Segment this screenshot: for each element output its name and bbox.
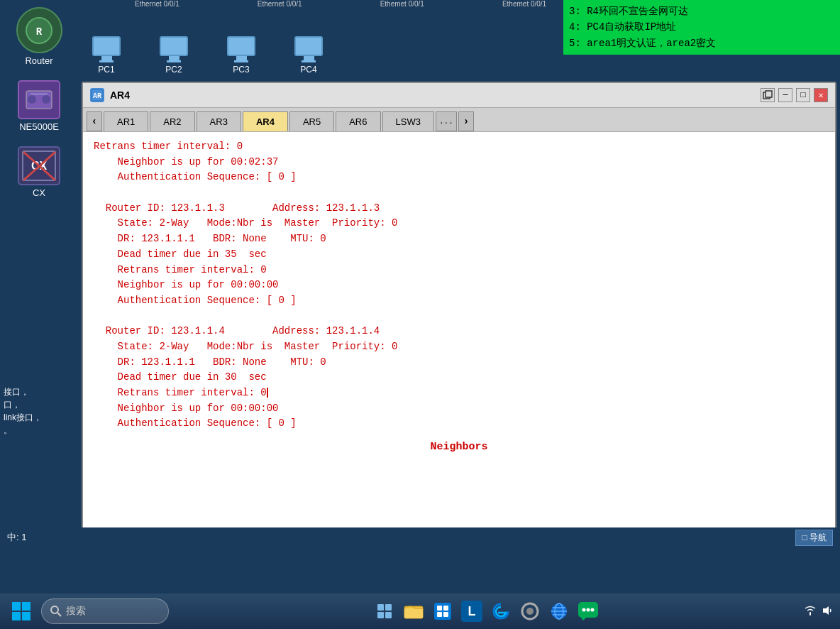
svg-rect-25 xyxy=(437,606,442,611)
info-line-5: 5: area1明文认证，area2密文 xyxy=(569,35,834,51)
ne5000e-label: NE5000E xyxy=(19,121,59,132)
svg-rect-24 xyxy=(434,603,451,620)
letter-l-icon[interactable]: L xyxy=(459,598,485,624)
pc2-label: PC2 xyxy=(165,65,182,75)
info-box: 3: R4环回不宣告全网可达 4: PC4自动获取IP地址 5: area1明文… xyxy=(563,0,840,55)
taskbar: 搜索 xyxy=(0,594,840,629)
tab-next-btn[interactable]: › xyxy=(458,111,474,131)
tab-ar3[interactable]: AR3 xyxy=(197,111,241,131)
svg-point-37 xyxy=(582,608,586,612)
tab-ar2[interactable]: AR2 xyxy=(150,111,194,131)
bottom-strip: 中: 1 □ 导航 xyxy=(0,527,840,547)
windows-logo-icon xyxy=(11,601,31,621)
start-button[interactable] xyxy=(7,597,35,625)
pc4-label: PC4 xyxy=(300,65,316,75)
taskbar-icons-group: L xyxy=(175,598,798,624)
left-sidebar: R Router NE5000E CX xyxy=(0,0,78,532)
tab-prev-btn[interactable]: ‹ xyxy=(87,111,102,131)
desktop: Ethernet 0/0/1 Ethernet 0/0/1 Ethemet 0/… xyxy=(0,0,840,629)
tab-ar4[interactable]: AR4 xyxy=(243,111,288,131)
svg-rect-11 xyxy=(766,91,772,97)
tab-lsw3[interactable]: LSW3 xyxy=(382,111,434,131)
svg-point-16 xyxy=(51,606,58,613)
svg-rect-23 xyxy=(404,608,423,618)
tab-ar1[interactable]: AR1 xyxy=(104,111,148,131)
svg-line-17 xyxy=(57,613,61,616)
svg-point-4 xyxy=(42,95,50,104)
edge-icon[interactable] xyxy=(488,598,514,624)
info-line-3: 3: R4环回不宣告全网可达 xyxy=(569,4,834,19)
search-placeholder: 搜索 xyxy=(66,605,86,618)
ethernet-label-1: Ethernet 0/0/1 xyxy=(135,0,179,8)
svg-text:R: R xyxy=(36,26,43,38)
terminal-content[interactable]: Retrans timer interval: 0 Neighbor is up… xyxy=(83,132,835,540)
router-svg-icon: R xyxy=(25,16,53,45)
nav-icon: □ xyxy=(802,532,807,542)
sidebar-item-router[interactable]: R Router xyxy=(7,7,71,66)
ne5000e-svg-icon xyxy=(25,87,53,112)
window-controls: — □ ✕ xyxy=(761,88,828,102)
network-devices-area: Ethernet 0/0/1 Ethernet 0/0/1 Ethemet 0/… xyxy=(78,0,560,78)
svg-rect-26 xyxy=(443,606,448,611)
svg-rect-12 xyxy=(12,602,21,611)
cx-label: CX xyxy=(33,187,45,198)
ethernet-label-2: Ethernet 0/0/1 xyxy=(258,0,302,8)
terminal-window: AR AR4 — □ ✕ ‹ AR1 AR2 AR3 AR4 AR5 AR6 L… xyxy=(82,82,836,544)
svg-rect-18 xyxy=(377,604,384,611)
ie-icon[interactable] xyxy=(546,598,572,624)
svg-point-38 xyxy=(587,608,590,612)
tab-ar6[interactable]: AR6 xyxy=(336,111,380,131)
svg-rect-15 xyxy=(22,612,31,620)
sidebar-bottom-text: 接口， 口， link接口， 。 xyxy=(0,382,78,440)
svg-point-30 xyxy=(526,608,534,615)
files-icon[interactable] xyxy=(401,598,426,624)
svg-rect-5 xyxy=(31,93,48,95)
tray-wifi-icon xyxy=(804,604,817,619)
svg-rect-27 xyxy=(437,612,442,617)
sidebar-item-ne5000e[interactable]: NE5000E xyxy=(7,80,71,132)
pc1-label: PC1 xyxy=(98,65,114,75)
svg-text:AR: AR xyxy=(93,92,101,100)
taskbar-tray xyxy=(804,604,833,619)
tab-bar: ‹ AR1 AR2 AR3 AR4 AR5 AR6 LSW3 ... › xyxy=(83,108,835,132)
info-line-4: 4: PC4自动获取IP地址 xyxy=(569,19,834,35)
terminal-text: Retrans timer interval: 0 Neighbor is up… xyxy=(94,139,824,432)
pc4-device: PC4 xyxy=(294,36,323,75)
window-icon: AR xyxy=(90,88,104,102)
sidebar-item-cx[interactable]: CX CX xyxy=(7,146,71,198)
svg-rect-19 xyxy=(385,604,392,611)
minimize-btn[interactable]: — xyxy=(778,88,792,102)
tab-ar5[interactable]: AR5 xyxy=(289,111,334,131)
chat-icon[interactable] xyxy=(575,598,601,624)
router-label: Router xyxy=(25,55,52,66)
ethernet-label-3: Ethemet 0/0/1 xyxy=(380,0,424,8)
neighbors-label: Neighbors xyxy=(94,439,824,455)
position-indicator: 中: 1 xyxy=(7,531,26,544)
ethernet-label-4: Ethemet 0/0/1 xyxy=(502,0,546,8)
nav-label: 导航 xyxy=(809,532,827,542)
maximize-btn[interactable]: □ xyxy=(796,88,810,102)
svg-rect-28 xyxy=(443,612,448,617)
restore-btn[interactable] xyxy=(761,88,775,102)
tab-more-btn[interactable]: ... xyxy=(436,111,457,131)
search-icon xyxy=(50,606,62,617)
svg-rect-14 xyxy=(12,612,21,620)
taskview-icon[interactable] xyxy=(372,598,397,624)
pc1-device: PC1 xyxy=(92,36,121,75)
svg-rect-13 xyxy=(22,602,31,611)
window-title: AR4 xyxy=(110,89,755,101)
svg-point-3 xyxy=(28,95,36,104)
ring-icon[interactable] xyxy=(517,598,543,624)
pc3-label: PC3 xyxy=(233,65,249,75)
taskbar-search[interactable]: 搜索 xyxy=(41,598,169,624)
pc3-device: PC3 xyxy=(227,36,255,75)
cx-x-icon xyxy=(20,148,59,184)
close-btn[interactable]: ✕ xyxy=(814,88,828,102)
navigator-btn[interactable]: □ 导航 xyxy=(795,530,833,546)
terminal-titlebar: AR AR4 — □ ✕ xyxy=(83,83,835,108)
svg-point-39 xyxy=(591,608,595,612)
svg-rect-20 xyxy=(377,612,384,618)
store-icon[interactable] xyxy=(430,598,455,624)
pc2-device: PC2 xyxy=(160,36,188,75)
tray-volume-icon xyxy=(820,604,833,619)
